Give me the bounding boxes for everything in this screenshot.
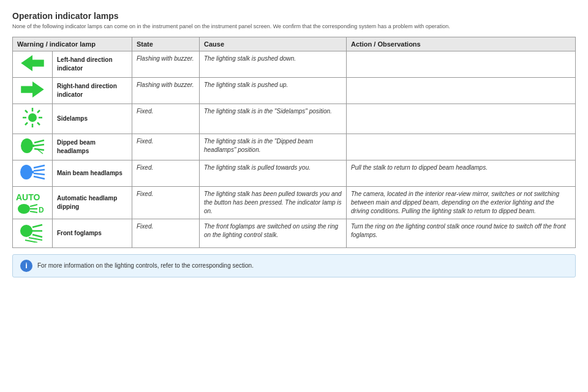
icon-arrow-right [13,77,53,104]
lamp-cause: The lighting stalk is pushed down. [200,51,347,77]
lamp-action: Pull the stalk to return to dipped beam … [347,160,576,186]
svg-line-34 [32,235,42,237]
svg-line-26 [30,205,37,206]
svg-text:D: D [39,206,44,214]
icon-auto: AUTO D [13,186,53,219]
svg-line-28 [30,211,37,213]
table-row: Dipped beam headlampsFixed.The lighting … [13,134,576,160]
svg-line-20 [34,170,45,171]
svg-text:AUTO: AUTO [16,192,40,202]
lamp-action [347,134,576,160]
lamp-cause: The lighting stalk is in the "Dipped bea… [200,134,347,160]
table-row: Main beam headlampsFixed.The lighting st… [13,160,576,186]
lamp-cause: The lighting stalk has been pulled towar… [200,186,347,219]
indicator-lamps-table: Warning / indicator lamp State Cause Act… [12,37,576,248]
icon-fog [13,219,53,247]
lamp-action: Turn the ring on the lighting control st… [347,219,576,247]
lamp-name: Main beam headlamps [53,160,132,186]
table-row: Left-hand direction indicatorFlashing wi… [13,51,576,77]
lamp-cause: The lighting stalk is in the "Sidelamps"… [200,104,347,134]
lamp-cause: The front foglamps are switched on using… [200,219,347,247]
info-icon: i [20,260,32,272]
svg-line-35 [29,238,42,240]
info-text: For more information on the lighting con… [37,262,254,269]
svg-rect-31 [25,230,32,232]
lamp-name: Dipped beam headlamps [53,134,132,160]
svg-marker-1 [21,81,44,97]
table-row: Front foglampsFixed.The front foglamps a… [13,219,576,247]
table-row: AUTO D Automatic headlamp dippingFixed.T… [13,186,576,219]
lamp-state: Fixed. [132,219,200,247]
lamp-action [347,77,576,104]
lamp-state: Fixed. [132,186,200,219]
table-row: SidelampsFixed.The lighting stalk is in … [13,104,576,134]
col-header-state: State [132,37,200,51]
svg-line-10 [25,123,28,125]
lamp-action [347,51,576,77]
col-header-warning: Warning / indicator lamp [13,37,132,51]
svg-line-8 [37,123,40,125]
icon-arrow-left [13,51,53,77]
svg-line-15 [34,149,44,150]
lamp-action [347,104,576,134]
lamp-name: Sidelamps [53,104,132,134]
icon-sidelamp [13,104,53,134]
info-bar: i For more information on the lighting c… [12,254,576,277]
col-header-action: Action / Observations [347,37,576,51]
svg-line-13 [34,140,44,143]
svg-marker-0 [21,55,44,71]
lamp-action: The camera, located in the interior rear… [347,186,576,219]
col-header-cause: Cause [200,37,347,51]
lamp-cause: The lighting stalk is pushed up. [200,77,347,104]
lamp-state: Fixed. [132,134,200,160]
lamp-name: Right-hand direction indicator [53,77,132,104]
svg-line-14 [34,145,44,146]
page-subtitle: None of the following indicator lamps ca… [12,23,576,31]
svg-rect-25 [23,207,29,209]
lamp-name: Left-hand direction indicator [53,51,132,77]
lamp-state: Flashing with buzzer. [132,51,200,77]
svg-rect-12 [26,145,34,147]
svg-rect-18 [25,171,34,173]
icon-mainbeam [13,160,53,186]
lamp-cause: The lighting stalk is pulled towards you… [200,160,347,186]
svg-line-19 [34,165,45,168]
svg-line-36 [25,240,37,243]
svg-line-22 [34,176,45,179]
page-title: Operation indicator lamps [12,11,576,21]
svg-line-32 [32,225,42,227]
svg-line-21 [34,173,45,175]
table-row: Right-hand direction indicatorFlashing w… [13,77,576,104]
lamp-state: Fixed. [132,104,200,134]
lamp-name: Front foglamps [53,219,132,247]
icon-dipped [13,134,53,160]
lamp-state: Fixed. [132,160,200,186]
svg-line-9 [37,110,40,113]
svg-line-7 [25,110,28,113]
svg-point-2 [28,113,37,122]
lamp-name: Automatic headlamp dipping [53,186,132,219]
lamp-state: Flashing with buzzer. [132,77,200,104]
